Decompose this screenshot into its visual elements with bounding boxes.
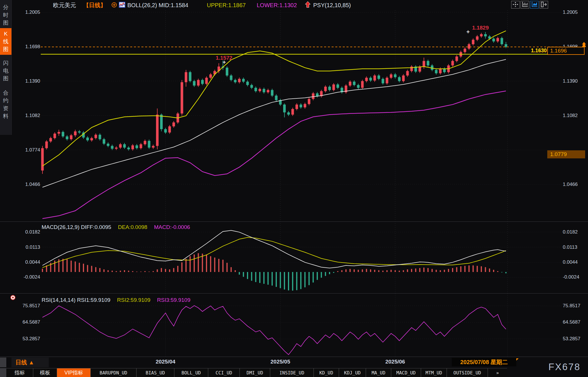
level-price-label: 1.1630 [527, 48, 547, 54]
tab-[interactable]: 模板 [33, 368, 57, 377]
corner-block [0, 368, 6, 377]
corner-block [0, 357, 6, 367]
tab-dmi_ud[interactable]: DMI_UD [240, 368, 270, 377]
pane-separator[interactable] [0, 221, 588, 222]
swing-annotation: 1.1572 [216, 55, 242, 61]
axis-label: 1.1082 [563, 112, 588, 119]
target-icon[interactable] [10, 294, 16, 302]
axis-label: 1.1390 [563, 78, 588, 84]
macd-value-readout: MACD:-0.0006 [154, 224, 190, 230]
tab-inside_ud[interactable]: INSIDE_UD [270, 368, 314, 377]
axis-label: 1.1698 [17, 44, 40, 50]
tab-vip[interactable]: VIP指标 [57, 368, 90, 377]
tab-kdj_ud[interactable]: KDJ_UD [339, 368, 366, 377]
month-tick-label: 2025/06 [379, 359, 411, 365]
brand-watermark: FX678 [548, 362, 581, 372]
charting-app: 分时图K线图闪电图合约资料 欧元美元 【日线】 BOLL(26,2) MID:1… [0, 0, 588, 377]
crosshair-marker: + [466, 29, 470, 35]
month-tick-label: 2025/04 [150, 359, 181, 365]
tab-outside_ud[interactable]: OUTSIDE_UD [447, 368, 488, 377]
low-price-marker: 1.0779 [547, 150, 585, 158]
axis-label: 1.1082 [17, 112, 40, 119]
tab-mtm_ud[interactable]: MTM_UD [421, 368, 447, 377]
tab-ma_ud[interactable]: MA_UD [366, 368, 391, 377]
cursor-date-label: 2025/07/08 星期二 [452, 358, 516, 366]
dea-readout: DEA:0.0098 [118, 224, 147, 230]
rsi1-readout: RSI(14,14,14) RSI1:59.9109 [42, 297, 110, 303]
rsi-header: RSI(14,14,14) RSI1:59.9109 RSI2:59.9109 … [42, 297, 196, 304]
tab-macd_ud[interactable]: MACD_UD [391, 368, 421, 377]
axis-label: 0.0182 [563, 229, 588, 235]
tab-[interactable]: 指标 [6, 368, 33, 377]
axis-label: 75.8517 [563, 303, 588, 309]
current-price-box: 1.1696 [547, 47, 585, 55]
axis-label: 0.0113 [17, 244, 40, 250]
period-badge[interactable]: 日线 ▲ [11, 357, 49, 367]
axis-label: 0.0044 [17, 259, 40, 265]
axis-label: 0.0044 [563, 259, 588, 265]
axis-label: 1.2005 [17, 9, 40, 15]
axis-label: 64.5687 [563, 319, 588, 325]
axis-label: 0.0182 [17, 229, 40, 235]
axis-label: -0.0024 [563, 274, 588, 280]
rsi3-readout: RSI3:59.9109 [157, 297, 190, 303]
macd-readout: MACD(26,12,9) DIFF:0.0095 [42, 224, 111, 230]
axis-label: 1.2005 [563, 9, 588, 15]
tab-[interactable]: » [488, 368, 507, 377]
month-tick-label: 2025/05 [264, 359, 296, 365]
axis-label: 53.2857 [17, 336, 40, 342]
rsi2-readout: RSI2:59.9109 [117, 297, 150, 303]
tab-boll_ud[interactable]: BOLL_UD [174, 368, 208, 377]
axis-label: 0.0113 [563, 244, 588, 250]
tab-cci_ud[interactable]: CCI_UD [208, 368, 240, 377]
axis-label: 53.2857 [563, 336, 588, 342]
axis-label: 1.1390 [17, 78, 40, 84]
axis-label: 1.0466 [563, 181, 588, 188]
macd-header: MACD(26,12,9) DIFF:0.0095 DEA:0.0098 MAC… [42, 224, 195, 231]
pane-separator [0, 357, 588, 357]
pane-separator[interactable] [0, 293, 588, 294]
chart-canvas[interactable] [0, 0, 588, 377]
tab-kd_ud[interactable]: KD_UD [314, 368, 339, 377]
tab-barupdn_ud[interactable]: BARUPDN_UD [90, 368, 136, 377]
axis-label: 75.8517 [17, 303, 40, 309]
axis-label: 1.0774 [17, 147, 40, 153]
axis-label: -0.0024 [17, 274, 40, 280]
tab-bias_ud[interactable]: BIAS_UD [136, 368, 174, 377]
axis-label: 64.5687 [17, 319, 40, 325]
axis-label: 1.0466 [17, 181, 40, 188]
indicator-tab-bar: 指标模板VIP指标BARUPDN_UDBIAS_UDBOLL_UDCCI_UDD… [6, 368, 507, 377]
crosshair-marker: + [223, 59, 226, 66]
price-up-arrow-icon[interactable] [581, 41, 587, 49]
